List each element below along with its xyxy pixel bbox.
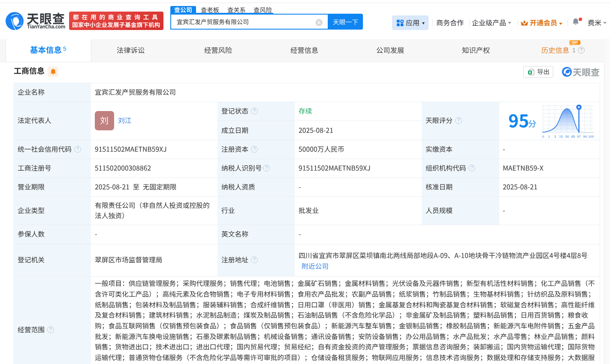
svg-text:100: 100 [588, 135, 594, 138]
svg-text:99: 99 [583, 135, 587, 138]
svg-text:97: 97 [577, 135, 581, 138]
svg-text:85: 85 [571, 135, 575, 138]
svg-text:1: 1 [548, 135, 550, 138]
svg-text:50: 50 [565, 135, 569, 138]
svg-text:VIP: VIP [572, 41, 578, 45]
svg-text:15: 15 [559, 135, 563, 138]
svg-text:0: 0 [542, 135, 544, 138]
svg-text:3: 3 [554, 135, 556, 138]
